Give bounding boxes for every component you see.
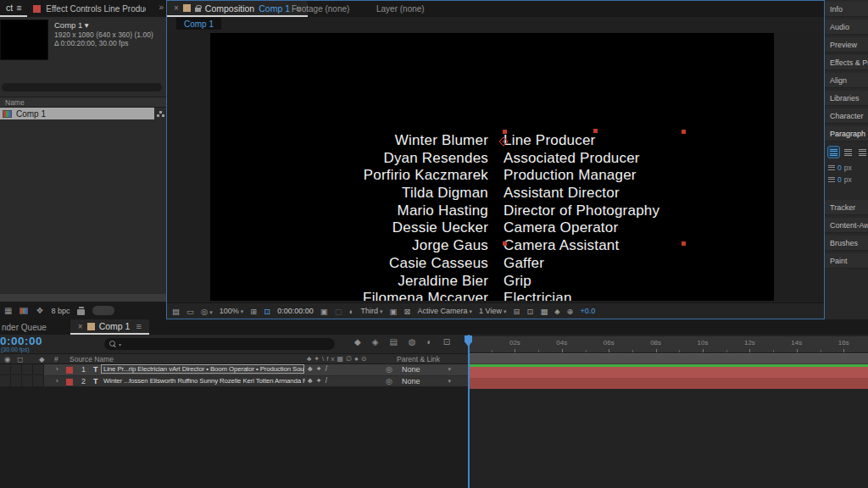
tab-composition[interactable]: × Composition Comp 1 ≡ <box>167 1 308 17</box>
sidebar-panel-audio[interactable]: Audio <box>825 19 868 35</box>
sidebar-panel-character[interactable]: Character <box>825 108 868 124</box>
close-icon[interactable]: × <box>78 322 83 331</box>
viewer-current-time[interactable]: 0:00:00:00 <box>277 307 314 315</box>
resolution-select[interactable]: Third▾ <box>361 307 383 315</box>
draft3d-icon[interactable]: ◈ <box>372 337 379 347</box>
hide-shy-icon[interactable]: ▤ <box>389 337 397 347</box>
snapshot-icon[interactable]: ▣ <box>320 307 328 316</box>
panel-menu-icon[interactable]: ≡ <box>136 321 141 331</box>
tab-layer[interactable]: Layer (none) <box>376 4 425 14</box>
parent-select[interactable]: None ▾ <box>398 365 454 375</box>
twirl-arrow-icon[interactable]: › <box>56 365 58 373</box>
project-item-comp1[interactable]: Comp 1 <box>0 108 154 119</box>
timeline-jump-icon[interactable]: ▦ <box>540 307 548 316</box>
project-tab[interactable]: ct ≡ <box>0 0 27 17</box>
exposure-value[interactable]: +0.0 <box>581 307 596 315</box>
work-area-bar[interactable] <box>468 353 868 364</box>
layer-row-1[interactable]: › 1 T Line Pr...rip Electrician vArt Dir… <box>0 364 468 375</box>
layer-label-color[interactable] <box>66 367 73 374</box>
grid-options-icon[interactable]: ⊞ <box>250 307 257 316</box>
flowchart-icon[interactable]: ♣ <box>554 307 559 316</box>
sidebar-panel-libraries[interactable]: Libraries <box>825 91 868 106</box>
graph-editor-icon[interactable]: ⊡ <box>443 337 450 347</box>
layer-handle[interactable] <box>503 130 507 134</box>
magnification-icon[interactable]: ▭ <box>186 307 194 316</box>
sidebar-panel-align[interactable]: Align <box>825 73 868 88</box>
project-settings-icon[interactable] <box>19 308 28 314</box>
align-left-button[interactable] <box>828 147 839 158</box>
layer-handle[interactable] <box>682 241 686 246</box>
project-scrollbar[interactable] <box>0 294 166 302</box>
mini-flowchart-icon[interactable]: ◆ <box>354 337 361 347</box>
region-of-interest-icon[interactable]: ⊡ <box>264 307 270 316</box>
sidebar-panel-brushes[interactable]: Brushes <box>825 236 868 251</box>
parent-select[interactable]: None ▾ <box>398 377 454 387</box>
tab-overflow-icon[interactable]: » <box>159 3 164 12</box>
pickwhip-icon[interactable]: ◎ <box>386 377 392 385</box>
target-region-icon[interactable]: ▣ <box>390 307 398 316</box>
sidebar-panel-preview[interactable]: Preview <box>825 37 868 53</box>
layer-switches[interactable]: ♣✦/ <box>308 376 331 385</box>
timeline-search-field[interactable]: ▾ <box>104 338 335 350</box>
view-layout-select[interactable]: 1 View▾ <box>479 307 506 315</box>
align-center-button[interactable] <box>843 147 854 158</box>
time-ruler[interactable]: 02s04s06s08s10s12s14s16s <box>468 336 868 353</box>
layer-handle[interactable] <box>503 241 507 246</box>
frame-blend-icon[interactable]: ◍ <box>409 337 416 347</box>
layer-name[interactable]: Winter ...fossen Ellsworth Ruffino Sunny… <box>103 377 305 385</box>
project-search-field[interactable] <box>2 83 162 92</box>
trash-icon[interactable] <box>77 307 85 315</box>
comp-info-name[interactable]: Comp 1 <box>54 20 82 30</box>
layer-row-2[interactable]: › 2 T Winter ...fossen Ellsworth Ruffino… <box>0 375 468 386</box>
layer-duration-bar-1[interactable] <box>468 367 868 378</box>
fast-previews-icon[interactable]: ⊡ <box>526 307 533 316</box>
timeline-track-area[interactable]: 02s04s06s08s10s12s14s16s <box>468 335 868 488</box>
transparency-grid-icon[interactable]: ⊠ <box>404 307 411 316</box>
zoom-level-select[interactable]: 100%▾ <box>220 307 244 315</box>
lock-column-icon[interactable]: ◻ <box>17 355 23 363</box>
pixel-aspect-icon[interactable]: ⊟ <box>513 307 520 316</box>
sidebar-panel-effects-presets[interactable]: Effects & Pre <box>825 55 868 70</box>
pickwhip-icon[interactable]: ◎ <box>386 365 392 374</box>
motion-blur-icon[interactable]: ◐ <box>427 337 432 347</box>
layer-duration-bar-2[interactable] <box>468 378 868 389</box>
indent-left-value[interactable]: 0 <box>837 164 842 172</box>
av-feature-cells[interactable] <box>0 364 44 375</box>
tab-footage[interactable]: Footage (none) <box>292 4 349 14</box>
layer-name[interactable]: Line Pr...rip Electrician vArt Director … <box>102 365 303 373</box>
always-preview-icon[interactable]: ▤ <box>172 307 180 316</box>
composition-viewer[interactable]: Winter BlumerLine ProducerDyan ResendesA… <box>167 30 824 302</box>
tab-timeline-comp1[interactable]: × Comp 1 ≡ <box>70 319 149 335</box>
effect-controls-tab[interactable]: Effect Controls Line Producer As: <box>46 4 146 14</box>
indent-right-value[interactable]: 0 <box>837 175 842 184</box>
bit-depth-indicator[interactable]: 8 bpc <box>51 307 70 315</box>
tab-render-queue[interactable]: nder Queue <box>0 323 47 332</box>
view-options-icon[interactable]: ◎▾ <box>201 307 213 316</box>
layer-switches[interactable]: ♣✦/ <box>308 364 331 373</box>
source-name-column-header[interactable]: Source Name <box>70 355 114 363</box>
exposure-reset-icon[interactable]: ⊕ <box>567 307 574 316</box>
interpret-footage-icon[interactable]: ▦ <box>4 306 12 315</box>
playhead-line[interactable] <box>468 335 470 488</box>
credits-text-layer[interactable]: Winter BlumerLine ProducerDyan ResendesA… <box>210 132 774 301</box>
align-right-button[interactable] <box>857 147 868 158</box>
sidebar-panel-content-aware[interactable]: Content-Awa <box>825 218 868 233</box>
sidebar-panel-paragraph[interactable]: Paragraph <box>825 126 868 141</box>
close-icon[interactable]: × <box>174 3 179 13</box>
composition-canvas[interactable]: Winter BlumerLine ProducerDyan ResendesA… <box>210 33 774 301</box>
create-comp-icon[interactable]: ❖ <box>36 306 43 315</box>
sidebar-panel-info[interactable]: Info <box>825 2 868 17</box>
current-time-display[interactable]: 0:00:00 <box>0 335 42 347</box>
video-column-icon[interactable]: ◉ <box>4 355 10 363</box>
layer-label-color[interactable] <box>66 379 73 385</box>
panel-menu-icon[interactable]: ≡ <box>16 3 21 13</box>
viewer-subtab-comp1[interactable]: Comp 1 <box>176 18 221 30</box>
comp-info-caret-icon[interactable]: ▾ <box>85 20 89 30</box>
sidebar-panel-paint[interactable]: Paint <box>825 253 868 269</box>
viewer-lock-icon[interactable] <box>195 8 201 12</box>
sidebar-panel-tracker[interactable]: Tracker <box>825 200 868 215</box>
layer-handle[interactable] <box>593 129 598 133</box>
footer-pill-control[interactable] <box>92 306 114 315</box>
twirl-arrow-icon[interactable]: › <box>56 377 58 385</box>
channel-icon[interactable]: ◐ <box>349 307 354 316</box>
